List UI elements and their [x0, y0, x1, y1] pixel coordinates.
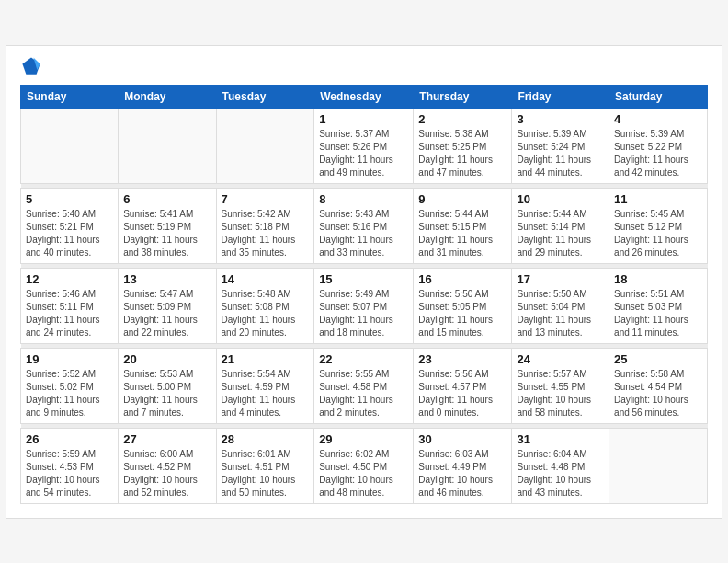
calendar-grid: SundayMondayTuesdayWednesdayThursdayFrid… — [20, 85, 708, 504]
header-section — [20, 55, 708, 77]
day-number: 14 — [222, 272, 310, 286]
day-number: 8 — [319, 192, 408, 206]
calendar-cell: 7Sunrise: 5:42 AM Sunset: 5:18 PM Daylig… — [216, 188, 314, 263]
day-number: 21 — [222, 352, 310, 366]
weekday-header-wednesday: Wednesday — [314, 85, 414, 108]
logo — [20, 55, 46, 77]
day-number: 5 — [26, 192, 113, 206]
day-info: Sunrise: 5:40 AM Sunset: 5:21 PM Dayligh… — [26, 208, 113, 259]
day-info: Sunrise: 6:04 AM Sunset: 4:48 PM Dayligh… — [517, 448, 604, 500]
calendar-cell: 17Sunrise: 5:50 AM Sunset: 5:04 PM Dayli… — [512, 268, 609, 343]
day-info: Sunrise: 6:02 AM Sunset: 4:50 PM Dayligh… — [319, 448, 408, 500]
weekday-header-row: SundayMondayTuesdayWednesdayThursdayFrid… — [21, 85, 708, 108]
day-number: 2 — [418, 112, 506, 126]
day-info: Sunrise: 5:44 AM Sunset: 5:14 PM Dayligh… — [517, 208, 604, 259]
day-info: Sunrise: 5:42 AM Sunset: 5:18 PM Dayligh… — [222, 208, 310, 259]
calendar-cell: 8Sunrise: 5:43 AM Sunset: 5:16 PM Daylig… — [314, 188, 414, 263]
day-number: 20 — [123, 352, 210, 366]
day-info: Sunrise: 5:48 AM Sunset: 5:08 PM Dayligh… — [222, 288, 310, 339]
calendar-cell: 15Sunrise: 5:49 AM Sunset: 5:07 PM Dayli… — [314, 268, 414, 343]
calendar-cell: 26Sunrise: 5:59 AM Sunset: 4:53 PM Dayli… — [21, 428, 119, 503]
calendar-cell: 3Sunrise: 5:39 AM Sunset: 5:24 PM Daylig… — [512, 108, 609, 183]
day-info: Sunrise: 5:50 AM Sunset: 5:05 PM Dayligh… — [418, 288, 506, 339]
calendar-cell: 11Sunrise: 5:45 AM Sunset: 5:12 PM Dayli… — [609, 188, 708, 263]
day-number: 13 — [123, 272, 210, 286]
day-info: Sunrise: 6:01 AM Sunset: 4:51 PM Dayligh… — [222, 448, 310, 500]
day-number: 4 — [614, 112, 702, 126]
calendar-cell: 19Sunrise: 5:52 AM Sunset: 5:02 PM Dayli… — [21, 348, 119, 423]
day-info: Sunrise: 5:58 AM Sunset: 4:54 PM Dayligh… — [614, 368, 702, 419]
calendar-cell: 29Sunrise: 6:02 AM Sunset: 4:50 PM Dayli… — [314, 428, 414, 503]
calendar-cell — [609, 428, 708, 503]
calendar-cell — [119, 108, 216, 183]
day-info: Sunrise: 5:38 AM Sunset: 5:25 PM Dayligh… — [418, 128, 506, 179]
day-number: 31 — [517, 432, 604, 446]
calendar-cell: 10Sunrise: 5:44 AM Sunset: 5:14 PM Dayli… — [512, 188, 609, 263]
day-info: Sunrise: 5:54 AM Sunset: 4:59 PM Dayligh… — [222, 368, 310, 419]
day-number: 9 — [418, 192, 506, 206]
day-info: Sunrise: 5:59 AM Sunset: 4:53 PM Dayligh… — [26, 448, 113, 500]
day-info: Sunrise: 5:41 AM Sunset: 5:19 PM Dayligh… — [123, 208, 210, 259]
day-info: Sunrise: 5:47 AM Sunset: 5:09 PM Dayligh… — [123, 288, 210, 339]
weekday-header-friday: Friday — [512, 85, 609, 108]
calendar-cell: 28Sunrise: 6:01 AM Sunset: 4:51 PM Dayli… — [216, 428, 314, 503]
day-info: Sunrise: 6:00 AM Sunset: 4:52 PM Dayligh… — [123, 448, 210, 500]
day-info: Sunrise: 6:03 AM Sunset: 4:49 PM Dayligh… — [418, 448, 506, 500]
week-row-4: 19Sunrise: 5:52 AM Sunset: 5:02 PM Dayli… — [21, 348, 708, 423]
day-number: 29 — [319, 432, 408, 446]
day-info: Sunrise: 5:56 AM Sunset: 4:57 PM Dayligh… — [418, 368, 506, 419]
day-number: 17 — [517, 272, 604, 286]
day-number: 28 — [222, 432, 310, 446]
day-number: 12 — [26, 272, 113, 286]
day-info: Sunrise: 5:45 AM Sunset: 5:12 PM Dayligh… — [614, 208, 702, 259]
week-row-1: 1Sunrise: 5:37 AM Sunset: 5:26 PM Daylig… — [21, 108, 708, 183]
calendar-cell: 22Sunrise: 5:55 AM Sunset: 4:58 PM Dayli… — [314, 348, 414, 423]
day-number: 26 — [26, 432, 113, 446]
weekday-header-saturday: Saturday — [609, 85, 708, 108]
day-info: Sunrise: 5:49 AM Sunset: 5:07 PM Dayligh… — [319, 288, 408, 339]
logo-icon — [20, 55, 42, 77]
day-number: 10 — [517, 192, 604, 206]
day-number: 24 — [517, 352, 604, 366]
day-number: 18 — [614, 272, 702, 286]
calendar-cell: 1Sunrise: 5:37 AM Sunset: 5:26 PM Daylig… — [314, 108, 414, 183]
day-number: 25 — [614, 352, 702, 366]
weekday-header-tuesday: Tuesday — [216, 85, 314, 108]
calendar-cell: 18Sunrise: 5:51 AM Sunset: 5:03 PM Dayli… — [609, 268, 708, 343]
day-number: 3 — [517, 112, 604, 126]
calendar-cell — [21, 108, 119, 183]
day-info: Sunrise: 5:39 AM Sunset: 5:24 PM Dayligh… — [517, 128, 604, 179]
day-number: 23 — [418, 352, 506, 366]
day-number: 30 — [418, 432, 506, 446]
calendar-cell: 25Sunrise: 5:58 AM Sunset: 4:54 PM Dayli… — [609, 348, 708, 423]
week-row-2: 5Sunrise: 5:40 AM Sunset: 5:21 PM Daylig… — [21, 188, 708, 263]
calendar-cell: 12Sunrise: 5:46 AM Sunset: 5:11 PM Dayli… — [21, 268, 119, 343]
calendar-cell — [216, 108, 314, 183]
weekday-header-thursday: Thursday — [414, 85, 512, 108]
day-info: Sunrise: 5:53 AM Sunset: 5:00 PM Dayligh… — [123, 368, 210, 419]
calendar-container: SundayMondayTuesdayWednesdayThursdayFrid… — [6, 45, 722, 519]
calendar-cell: 23Sunrise: 5:56 AM Sunset: 4:57 PM Dayli… — [414, 348, 512, 423]
calendar-cell: 31Sunrise: 6:04 AM Sunset: 4:48 PM Dayli… — [512, 428, 609, 503]
day-info: Sunrise: 5:52 AM Sunset: 5:02 PM Dayligh… — [26, 368, 113, 419]
weekday-header-sunday: Sunday — [21, 85, 119, 108]
week-row-5: 26Sunrise: 5:59 AM Sunset: 4:53 PM Dayli… — [21, 428, 708, 503]
day-info: Sunrise: 5:50 AM Sunset: 5:04 PM Dayligh… — [517, 288, 604, 339]
calendar-cell: 21Sunrise: 5:54 AM Sunset: 4:59 PM Dayli… — [216, 348, 314, 423]
calendar-cell: 20Sunrise: 5:53 AM Sunset: 5:00 PM Dayli… — [119, 348, 216, 423]
day-number: 22 — [319, 352, 408, 366]
day-info: Sunrise: 5:43 AM Sunset: 5:16 PM Dayligh… — [319, 208, 408, 259]
calendar-cell: 16Sunrise: 5:50 AM Sunset: 5:05 PM Dayli… — [414, 268, 512, 343]
calendar-cell: 2Sunrise: 5:38 AM Sunset: 5:25 PM Daylig… — [414, 108, 512, 183]
calendar-cell: 5Sunrise: 5:40 AM Sunset: 5:21 PM Daylig… — [21, 188, 119, 263]
day-number: 7 — [222, 192, 310, 206]
day-info: Sunrise: 5:57 AM Sunset: 4:55 PM Dayligh… — [517, 368, 604, 419]
calendar-cell: 13Sunrise: 5:47 AM Sunset: 5:09 PM Dayli… — [119, 268, 216, 343]
day-info: Sunrise: 5:44 AM Sunset: 5:15 PM Dayligh… — [418, 208, 506, 259]
calendar-cell: 30Sunrise: 6:03 AM Sunset: 4:49 PM Dayli… — [414, 428, 512, 503]
calendar-cell: 6Sunrise: 5:41 AM Sunset: 5:19 PM Daylig… — [119, 188, 216, 263]
day-number: 16 — [418, 272, 506, 286]
calendar-cell: 9Sunrise: 5:44 AM Sunset: 5:15 PM Daylig… — [414, 188, 512, 263]
day-number: 1 — [319, 112, 408, 126]
day-info: Sunrise: 5:46 AM Sunset: 5:11 PM Dayligh… — [26, 288, 113, 339]
